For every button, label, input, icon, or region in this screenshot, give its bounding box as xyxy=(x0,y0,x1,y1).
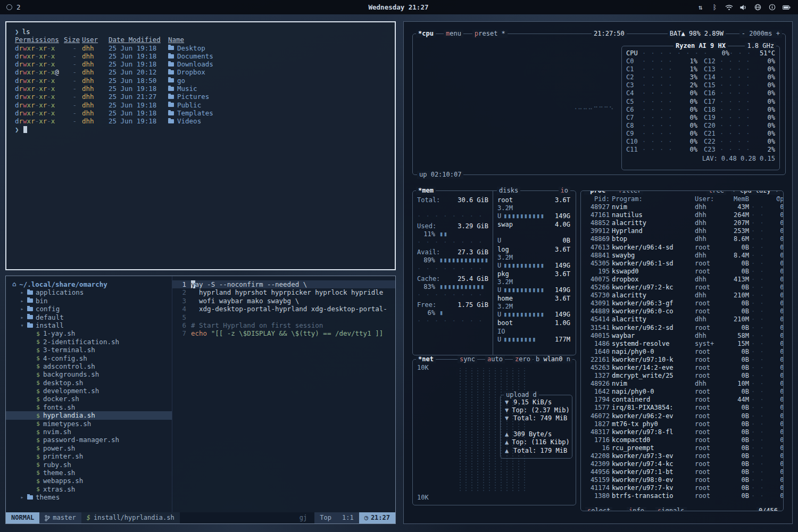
filter-button[interactable]: filter xyxy=(616,190,643,195)
tree-item[interactable]: ▸ default xyxy=(6,313,172,321)
tree-item[interactable]: nvim.sh xyxy=(6,428,172,436)
process-row[interactable]: 42309 kworker/u97:4-kc root 0B 0.0 xyxy=(585,460,780,468)
net-box-title[interactable]: *net xyxy=(416,355,436,363)
select-button[interactable]: select xyxy=(585,507,612,511)
process-row[interactable]: 40015 waybar dhh 58M 0.0 xyxy=(585,332,780,340)
transfer-icon[interactable]: ⇅ xyxy=(696,3,704,11)
bluetooth-icon[interactable]: ᛒ xyxy=(711,3,719,11)
process-row[interactable]: 45266 kworker/u97:2-kc root 0B 0.0 xyxy=(585,284,780,292)
process-row[interactable]: 45730 alacritty dhh 210M 0.0 xyxy=(585,292,780,300)
tree-item[interactable]: development.sh xyxy=(6,387,172,395)
tree-item[interactable]: backgrounds.sh xyxy=(6,370,172,378)
process-row[interactable]: 40075 dropbox dhh 413M 0.0 xyxy=(585,276,780,284)
net-zero-button[interactable]: zero xyxy=(513,355,533,363)
tree-item[interactable]: ▸ bin xyxy=(6,297,172,305)
tree-item[interactable]: 4-config.sh xyxy=(6,354,172,362)
process-row[interactable]: 1640 napi/phy0-0 root 0B 0.0 xyxy=(585,348,780,356)
signals-button[interactable]: signals xyxy=(655,507,687,511)
interval-plus-button[interactable]: + xyxy=(776,30,780,37)
tree-item[interactable]: webapps.sh xyxy=(6,477,172,485)
process-row[interactable]: 1577 irq/81-PIXA3854: root 0B 0.0 xyxy=(585,404,780,412)
tree-item[interactable]: ▸ themes xyxy=(6,493,172,501)
process-row[interactable]: 44889 kworker/u96:0-co root 0B 0.0 xyxy=(585,307,780,315)
process-row[interactable]: 31541 kworker/u96:2-sd root 0B 0.0 xyxy=(585,324,780,332)
update-interval[interactable]: - 2000ms + xyxy=(739,30,782,38)
net-next-button[interactable]: n xyxy=(567,355,570,363)
process-row[interactable]: 48317 kworker/u97:8-fl root 0B 0.0 xyxy=(585,428,780,436)
tree-root[interactable]: ⌂ ~/.local/share/omarchy xyxy=(6,280,172,288)
process-row[interactable]: 1794 containerd root 44M 0.0 xyxy=(585,396,780,404)
process-row[interactable]: 1380 btrfs-transactio root 0B 0.0 xyxy=(585,492,780,500)
net-auto-button[interactable]: auto xyxy=(485,355,505,363)
process-row[interactable]: 22161 kworker/u97:10-k root 0B 0.0 xyxy=(585,356,780,364)
code-editor[interactable]: 1 yay -S --noconfirm --needed \ 2 hyprla… xyxy=(172,276,395,512)
tree-item[interactable]: theme.sh xyxy=(6,469,172,477)
tree-item[interactable]: mimetypes.sh xyxy=(6,420,172,428)
tree-item[interactable]: 1-yay.sh xyxy=(6,329,172,337)
sort-selector[interactable]: ← cpu lazy → xyxy=(731,190,780,195)
process-row[interactable]: 41174 kworker/u97:7-kv root 0B 0.0 xyxy=(585,484,780,492)
process-row[interactable]: 1642 napi/phy0-0 root 0B 0.0 xyxy=(585,388,780,396)
tree-item[interactable]: hyprlandia.sh xyxy=(6,411,172,419)
terminal-input-line[interactable]: ❯ xyxy=(15,126,395,134)
tree-item[interactable]: desktop.sh xyxy=(6,379,172,387)
scroll-up-indicator[interactable]: ↑ xyxy=(777,194,781,202)
process-row[interactable]: 47613 kworker/u96:4-sd root 0B 0.0 xyxy=(585,244,780,252)
net-interface-switcher[interactable]: b wlan0 n xyxy=(534,355,572,363)
process-row[interactable]: 45159 kworker/u98:0-ev root 0B 0.0 xyxy=(585,476,780,484)
tree-toggle-button[interactable]: tree xyxy=(706,190,726,195)
volume-icon[interactable] xyxy=(739,3,747,11)
tree-item[interactable]: power.sh xyxy=(6,444,172,452)
interval-minus-button[interactable]: - xyxy=(742,30,745,37)
process-row[interactable]: 48869 btop dhh 8.6M 0.0 xyxy=(585,235,780,243)
tree-item[interactable]: docker.sh xyxy=(6,395,172,403)
globe-icon[interactable] xyxy=(754,3,762,11)
tree-item[interactable]: adscontrol.sh xyxy=(6,362,172,370)
process-row[interactable]: 42208 kworker/u97:3-ev root 0B 0.0 xyxy=(585,452,780,460)
process-row[interactable]: 45263 kworker/14:2-eve root 0B 0.0 xyxy=(585,364,780,372)
workspace-indicator[interactable]: 2 xyxy=(16,3,21,11)
menu-button[interactable]: menu xyxy=(444,30,463,38)
tree-item[interactable]: ▾ install xyxy=(6,321,172,329)
tree-item[interactable]: fonts.sh xyxy=(6,403,172,411)
process-row[interactable]: 48841 swaybg dhh 8.4M 0.0 xyxy=(585,252,780,260)
tree-item[interactable]: ruby.sh xyxy=(6,461,172,469)
info-icon[interactable] xyxy=(768,3,776,11)
process-row[interactable]: 1827 mt76-tx phy0 root 0B 0.0 xyxy=(585,420,780,428)
tree-item[interactable]: printer.sh xyxy=(6,452,172,460)
tree-item[interactable]: xtras.sh xyxy=(6,485,172,493)
sort-prev-button[interactable]: ← xyxy=(733,190,737,195)
disks-title[interactable]: disks xyxy=(497,187,520,195)
process-row[interactable]: 44956 kworker/u97:1-bt root 0B 0.0 xyxy=(585,468,780,476)
tree-item[interactable]: password-manager.sh xyxy=(6,436,172,444)
tree-item[interactable]: 3-terminal.sh xyxy=(6,346,172,354)
process-row[interactable]: 1716 kcompactd0 root 0B 0.0 xyxy=(585,436,780,444)
process-row[interactable]: 1486 systemd-resolve syst+ 15M 0.0 xyxy=(585,340,780,348)
cpu-box-title[interactable]: *cpu xyxy=(416,30,436,38)
net-prev-button[interactable]: b xyxy=(536,355,539,363)
process-row[interactable]: 46072 kworker/u96:2-ev root 0B 0.0 xyxy=(585,412,780,420)
process-row[interactable]: 48852 alacritty dhh 207M 0.0 xyxy=(585,219,780,227)
battery-icon[interactable] xyxy=(783,3,791,11)
net-sync-button[interactable]: sync xyxy=(458,355,477,363)
process-row[interactable]: 43091 kworker/u96:3-gf root 0B 0.0 xyxy=(585,300,780,307)
preset-button[interactable]: preset * xyxy=(472,30,508,38)
process-row[interactable]: 16 rcu_preempt root 0B 0.0 xyxy=(585,444,780,452)
process-row[interactable]: 1327 dmcrypt_write/25 root 0B 0.0 xyxy=(585,372,780,380)
tree-item[interactable]: ▸ config xyxy=(6,305,172,313)
process-row[interactable]: 45414 alacritty dhh 210M 0.0 xyxy=(585,315,780,323)
tree-item[interactable]: ▸ applications xyxy=(6,288,172,296)
tree-item[interactable]: 2-identification.sh xyxy=(6,338,172,346)
wifi-icon[interactable] xyxy=(725,3,733,11)
mem-box-title[interactable]: *mem xyxy=(416,187,436,195)
process-row[interactable]: 195 kswapd0 root 0B 0.0 xyxy=(585,268,780,276)
process-row[interactable]: 48926 nvim dhh 10M 0.0 xyxy=(585,380,780,388)
process-row[interactable]: 48927 nvim dhh 43M 0.0 xyxy=(585,203,780,211)
io-toggle[interactable]: io xyxy=(559,187,570,195)
process-row[interactable]: 47161 nautilus dhh 264M 0.0 xyxy=(585,211,780,219)
process-row[interactable]: 39912 Hyprland dhh 253M 0.0 xyxy=(585,227,780,235)
info-button[interactable]: info xyxy=(627,507,646,511)
proc-box-title[interactable]: *proc xyxy=(584,190,608,195)
process-row[interactable]: 45305 kworker/u96:1-sd root 0B 0.0 xyxy=(585,260,780,268)
item-icon xyxy=(36,485,40,493)
